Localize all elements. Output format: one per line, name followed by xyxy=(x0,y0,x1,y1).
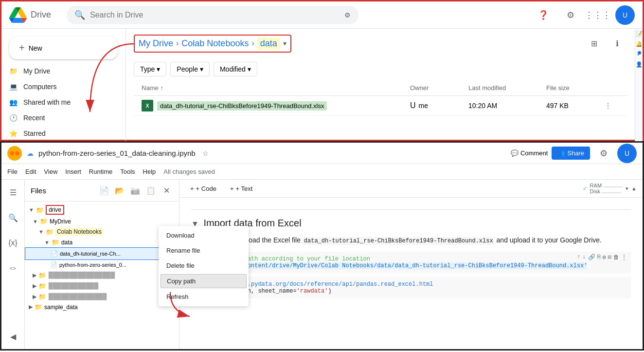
file-size: 497 KB xyxy=(546,102,605,110)
folder-data-icon: 📁 xyxy=(52,239,59,246)
sidebar-item-shared[interactable]: 👥 Shared with me xyxy=(1,94,118,110)
sidebar-item-recent[interactable]: 🕐 Recent xyxy=(1,110,118,126)
colab-avatar[interactable]: U xyxy=(617,144,637,163)
settings-icon[interactable]: ⚙ xyxy=(561,5,580,25)
comment-btn[interactable]: 💬 Comment xyxy=(511,149,548,157)
refresh-icon[interactable]: 📷 xyxy=(128,184,142,197)
new-folder-icon[interactable]: 📋 xyxy=(144,184,158,197)
colab-settings-icon[interactable]: ⚙ xyxy=(594,144,613,163)
share-btn[interactable]: 👥 Share xyxy=(552,147,590,160)
table-row[interactable]: X data_dh-tutorial_rse-ChiBksBefore1949-… xyxy=(134,96,627,116)
info-icon[interactable]: ℹ xyxy=(608,34,627,53)
menu-insert[interactable]: Insert xyxy=(65,168,81,175)
toc-icon[interactable]: ☰ xyxy=(4,184,22,201)
col-modified[interactable]: Last modified xyxy=(468,84,546,92)
more-icon[interactable]: ⋮ xyxy=(621,254,627,261)
comment-icon: 💬 xyxy=(511,149,519,157)
move-down-icon[interactable]: ↓ xyxy=(582,254,586,261)
code-settings-icon[interactable]: ⚙ xyxy=(603,254,606,261)
tree-item-sample-data[interactable]: ▶ 📁 sample_data xyxy=(25,302,179,312)
tree-item-blurred2[interactable]: ▶ 📁 ████████████ xyxy=(25,280,179,291)
chevron-down-icon[interactable]: ▾ xyxy=(283,39,286,47)
sidebar-item-starred[interactable]: ⭐ Starred xyxy=(1,126,118,141)
more-options-icon[interactable]: ⋮ xyxy=(605,102,619,110)
ctx-copy-path[interactable]: Copy path xyxy=(161,274,247,288)
add-text-btn[interactable]: + + Text xyxy=(225,183,257,194)
help-icon[interactable]: ❓ xyxy=(534,5,553,25)
sort-icon[interactable]: ↑ xyxy=(160,84,163,92)
colab-menu: File Edit View Insert Runtime Tools Help… xyxy=(1,164,643,180)
delete-icon[interactable]: 🗑 xyxy=(613,254,619,261)
copy-icon[interactable]: ⎘ xyxy=(597,254,601,261)
menu-edit[interactable]: Edit xyxy=(25,168,36,175)
recent-icon: 🕐 xyxy=(9,114,18,122)
search-icon[interactable]: 🔍 xyxy=(4,209,22,226)
tree-item-data[interactable]: ▼ 📁 data xyxy=(25,237,179,247)
menu-tools[interactable]: Tools xyxy=(120,168,135,175)
variables-icon[interactable]: {x} xyxy=(4,234,22,252)
code-path-line: filepath = '/content/drive/MyDrive/Colab… xyxy=(198,262,625,269)
breadcrumb-current[interactable]: data xyxy=(257,37,280,50)
menu-runtime[interactable]: Runtime xyxy=(89,168,112,175)
type-filter[interactable]: Type ▾ xyxy=(134,62,166,76)
right-strip-icon2[interactable]: 🔔 xyxy=(636,41,643,47)
drive-main-content: My Drive › Colab Notebooks › data ▾ ⊞ ℹ xyxy=(126,29,635,145)
files-title: Files xyxy=(31,186,46,195)
search-input[interactable] xyxy=(90,11,340,19)
ctx-refresh[interactable]: Refresh xyxy=(159,289,249,304)
code-comment-line: # change filepath according to your file… xyxy=(198,256,625,262)
ctx-delete[interactable]: Delete file xyxy=(159,258,249,273)
code-snippets-icon[interactable]: <> xyxy=(4,259,22,277)
ctx-rename[interactable]: Rename file xyxy=(159,243,249,258)
add-code-btn[interactable]: + + Code xyxy=(185,183,221,194)
breadcrumb-root[interactable]: My Drive xyxy=(139,38,173,49)
collapse-top-icon[interactable]: ▲ xyxy=(631,185,637,191)
tree-item-mydrive[interactable]: ▼ 📁 MyDrive xyxy=(25,216,179,226)
ctx-download[interactable]: Download xyxy=(159,228,249,243)
sidebar-item-computers[interactable]: 💻 Computers xyxy=(1,79,118,94)
breadcrumb-level1[interactable]: Colab Notebooks xyxy=(181,38,249,49)
files-panel: Files 📄 📂 📷 📋 ✕ xyxy=(25,180,179,349)
avatar[interactable]: U xyxy=(615,5,635,25)
tree-item-selected-file[interactable]: 📄 data_dh-tutorial_rse-Ch... ⋮ xyxy=(25,247,179,260)
right-strip-icon1[interactable]: 📝 xyxy=(636,31,643,37)
file-owner: U me xyxy=(410,101,468,110)
filename-code: data_dh-tutorial_rse-ChiBksBefore1949-Th… xyxy=(303,237,495,245)
sidebar-item-mydrive[interactable]: 📁 My Drive xyxy=(1,63,118,79)
folder-mydrive-icon: 📁 xyxy=(40,218,48,225)
upload-file-icon[interactable]: 📄 xyxy=(97,184,111,197)
link-icon[interactable]: 🔗 xyxy=(588,254,595,261)
people-filter[interactable]: People ▾ xyxy=(170,62,210,76)
share-icon: 👥 xyxy=(557,149,565,157)
tree-item-colab-notebooks[interactable]: ▼ 📁 Colab Notebooks xyxy=(25,226,179,237)
right-strip-icon4[interactable]: 👤 xyxy=(636,61,643,68)
menu-help[interactable]: Help xyxy=(143,168,156,175)
move-up-icon[interactable]: ↑ xyxy=(577,254,580,261)
plus-text-icon: + xyxy=(230,185,234,192)
search-bar[interactable]: 🔍 ⚙ xyxy=(67,6,358,24)
tree-item-python-file[interactable]: 📄 python-from-zero-series_0... xyxy=(25,260,179,270)
grid-view-icon[interactable]: ⊞ xyxy=(584,34,604,53)
people-filter-chevron: ▾ xyxy=(200,65,203,73)
breadcrumb-sep1: › xyxy=(176,39,179,48)
apps-icon[interactable]: ⋮⋮⋮ xyxy=(588,5,608,25)
split-icon[interactable]: ⊡ xyxy=(608,254,611,261)
collapse-sidebar-btn[interactable]: ◀ xyxy=(4,328,22,345)
upload-folder-icon[interactable]: 📂 xyxy=(113,184,126,197)
right-strip-icon3[interactable]: ✓ xyxy=(637,51,641,57)
new-button[interactable]: + New xyxy=(9,37,118,59)
ram-chevron[interactable]: ▾ xyxy=(626,185,628,192)
tree-label-file1: data_dh-tutorial_rse-Ch... xyxy=(60,251,121,257)
modified-filter[interactable]: Modified ▾ xyxy=(214,62,257,76)
close-panel-icon[interactable]: ✕ xyxy=(160,184,173,197)
folder-b2-icon: 📁 xyxy=(38,282,46,290)
table-header: Name ↑ Owner Last modified File size xyxy=(134,80,627,96)
plus-code-icon: + xyxy=(190,185,194,192)
menu-file[interactable]: File xyxy=(7,168,18,175)
folder-drive-icon: 📁 xyxy=(36,206,44,214)
tree-item-blurred1[interactable]: ▶ 📁 ████████████████ xyxy=(25,270,179,280)
tree-item-blurred3[interactable]: ▶ 📁 ██████████████ xyxy=(25,291,179,302)
star-icon[interactable]: ☆ xyxy=(202,149,209,157)
tree-item-drive[interactable]: ▼ 📁 drive xyxy=(25,204,179,216)
menu-view[interactable]: View xyxy=(44,168,57,175)
